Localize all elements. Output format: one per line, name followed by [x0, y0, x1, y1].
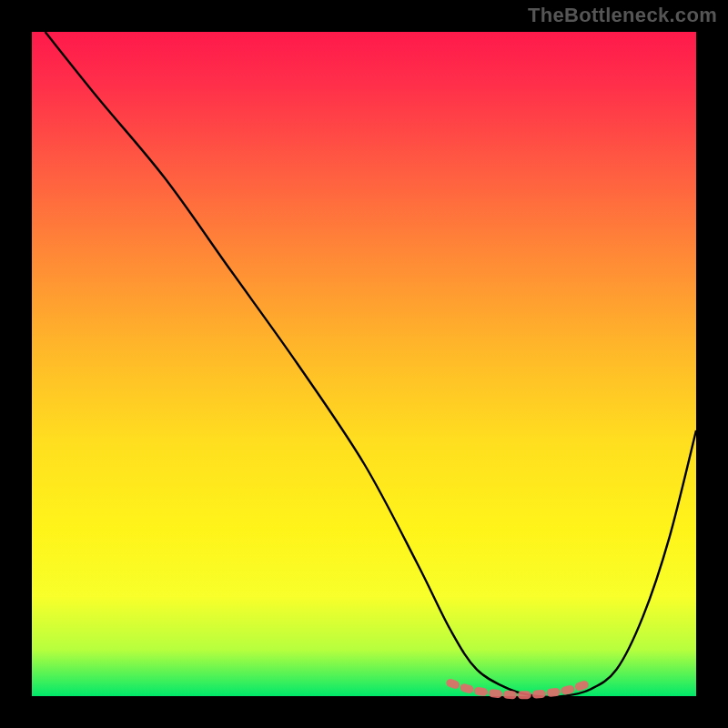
plot-area: [32, 32, 696, 696]
chart-frame: TheBottleneck.com: [0, 0, 728, 728]
min-marker: [450, 682, 590, 694]
watermark-text: TheBottleneck.com: [528, 4, 717, 27]
curve-layer: [32, 32, 696, 696]
bottleneck-curve: [46, 32, 696, 697]
